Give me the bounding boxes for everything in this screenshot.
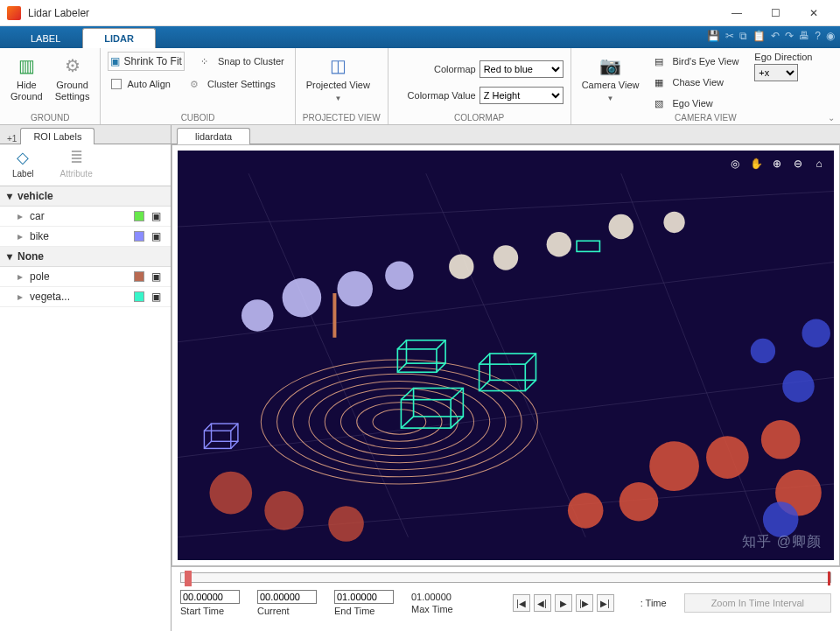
watermark: 知乎 @卿颜 (742, 533, 822, 551)
ground-settings-button[interactable]: ⚙ Ground Settings (52, 52, 94, 104)
shrink-label: Shrink To Fit (123, 55, 181, 67)
point-cloud-canvas[interactable]: ◎ ✋ ⊕ ⊖ ⌂ (178, 151, 834, 560)
cluster-settings-button[interactable]: ⚙ Cluster Settings (183, 74, 279, 94)
ego-direction-select[interactable]: +x (754, 64, 798, 81)
cuboid-icon: ▣ (151, 270, 164, 283)
camera-view-button[interactable]: 📷 Camera View ▼ (578, 52, 643, 106)
minimize-button[interactable]: — (718, 0, 756, 26)
svg-rect-43 (480, 364, 526, 390)
paste-icon[interactable]: 📋 (752, 30, 766, 42)
hide-ground-button[interactable]: ▥ Hide Ground (7, 52, 46, 104)
cuboid-icon: ▣ (151, 230, 164, 242)
play-button[interactable]: ▶ (555, 594, 572, 612)
hide-ground-label: Hide Ground (10, 80, 43, 102)
cut-icon[interactable]: ✂ (725, 30, 734, 42)
label-name: pole (30, 270, 127, 283)
gear-icon[interactable]: ◉ (826, 30, 835, 42)
start-time-input[interactable] (180, 590, 240, 604)
undo-icon[interactable]: ↶ (771, 30, 780, 42)
save-icon[interactable]: 💾 (707, 30, 720, 42)
svg-point-15 (283, 278, 322, 318)
maximize-button[interactable]: ☐ (756, 0, 794, 26)
help-icon[interactable]: ? (815, 30, 821, 42)
quick-access-toolbar: 💾 ✂ ⧉ 📋 ↶ ↷ 🖶 ? ◉ (707, 30, 835, 42)
svg-point-35 (264, 491, 304, 530)
add-panel-button[interactable]: +1 (4, 134, 20, 144)
svg-point-17 (242, 299, 273, 331)
ground-settings-label: Ground Settings (55, 80, 90, 102)
camera-view-label: Camera View (582, 80, 640, 91)
svg-line-52 (451, 389, 463, 400)
label-item-bike[interactable]: ▸bike▣ (0, 227, 171, 247)
svg-point-30 (782, 370, 814, 402)
current-time-label: Current (257, 606, 317, 616)
zoom-time-interval-button: Zoom In Time Interval (684, 593, 831, 613)
step-back-button[interactable]: ◀| (534, 594, 551, 612)
svg-line-48 (525, 380, 536, 390)
svg-point-21 (547, 232, 571, 256)
svg-point-16 (337, 271, 373, 307)
svg-rect-55 (577, 241, 599, 251)
projected-view-icon: ◫ (326, 53, 350, 78)
chase-label: Chase View (672, 77, 724, 88)
label-item-vegetation[interactable]: ▸vegeta...▣ (0, 287, 171, 307)
zoom-in-icon[interactable]: ⊕ (769, 156, 785, 172)
label-item-pole[interactable]: ▸pole▣ (0, 267, 171, 287)
current-time-input[interactable] (257, 590, 317, 604)
colormap-value-select[interactable]: Z Height (480, 87, 564, 104)
svg-line-45 (480, 354, 490, 364)
home-icon[interactable]: ⌂ (811, 156, 827, 172)
chase-view-button[interactable]: ▦Chase View (648, 73, 742, 92)
tab-label[interactable]: LABEL (9, 28, 82, 48)
cluster-settings-icon: ⚙ (186, 76, 202, 92)
skip-start-button[interactable]: |◀ (513, 594, 530, 612)
end-time-input[interactable] (334, 590, 394, 604)
svg-point-20 (494, 245, 518, 270)
orbit-icon[interactable]: ◎ (727, 156, 743, 172)
viewer-tab-lidardata[interactable]: lidardata (177, 128, 250, 144)
skip-end-button[interactable]: ▶| (597, 594, 614, 612)
redo-icon[interactable]: ↷ (785, 30, 794, 42)
svg-rect-62 (332, 293, 336, 338)
colormap-select[interactable]: Red to blue (480, 60, 564, 78)
ground-settings-icon: ⚙ (60, 53, 85, 78)
shrink-to-fit-button[interactable]: ▣ Shrink To Fit (108, 52, 184, 71)
timeline-scrubber[interactable] (185, 571, 192, 586)
start-time-label: Start Time (180, 606, 240, 616)
new-label-button[interactable]: ◇ Label (12, 148, 33, 182)
projected-view-button[interactable]: ◫ Projected View ▼ (303, 52, 374, 106)
step-forward-button[interactable]: |▶ (576, 594, 593, 612)
timeline-track[interactable] (180, 572, 831, 583)
pan-icon[interactable]: ✋ (748, 156, 764, 172)
ribbon-expand-icon[interactable]: ⌄ (828, 113, 835, 123)
chevron-down-icon: ▾ (7, 250, 12, 263)
app-title: Lidar Labeler (28, 7, 718, 19)
tab-lidar[interactable]: LIDAR (82, 28, 156, 48)
snap-to-cluster-button[interactable]: ⁘ Snap to Cluster (193, 52, 288, 71)
label-group-none[interactable]: ▾None (0, 247, 171, 267)
svg-line-60 (204, 441, 211, 448)
svg-point-8 (357, 403, 442, 442)
svg-point-19 (449, 254, 473, 278)
canvas-container: ◎ ✋ ⊕ ⊖ ⌂ (172, 144, 840, 566)
svg-rect-44 (490, 354, 536, 380)
copy-icon[interactable]: ⧉ (739, 30, 747, 42)
colormap-value-label: Colormap Value (396, 90, 476, 101)
toolstrip-tabbar: LABEL LIDAR 💾 ✂ ⧉ 📋 ↶ ↷ 🖶 ? ◉ (0, 26, 840, 48)
label-group-vehicle[interactable]: ▾vehicle (0, 186, 171, 207)
zoom-out-icon[interactable]: ⊖ (790, 156, 806, 172)
ribbon-group-ground: ▥ Hide Ground ⚙ Ground Settings GROUND (0, 48, 101, 124)
close-button[interactable]: ✕ (794, 0, 833, 26)
auto-align-button[interactable]: Auto Align (108, 74, 174, 94)
birds-eye-view-button[interactable]: ▤Bird's Eye View (648, 52, 742, 71)
svg-point-29 (568, 493, 604, 529)
checkbox-icon (111, 79, 122, 89)
label-item-car[interactable]: ▸car▣ (0, 207, 171, 227)
svg-line-41 (397, 363, 406, 372)
new-label-text: Label (12, 169, 33, 179)
print-icon[interactable]: 🖶 (799, 30, 809, 42)
ego-view-button[interactable]: ▧Ego View (648, 94, 742, 113)
projected-view-label: Projected View (306, 80, 370, 91)
roi-labels-tab[interactable]: ROI Labels (20, 128, 94, 144)
timeline-end-marker[interactable] (828, 571, 830, 585)
